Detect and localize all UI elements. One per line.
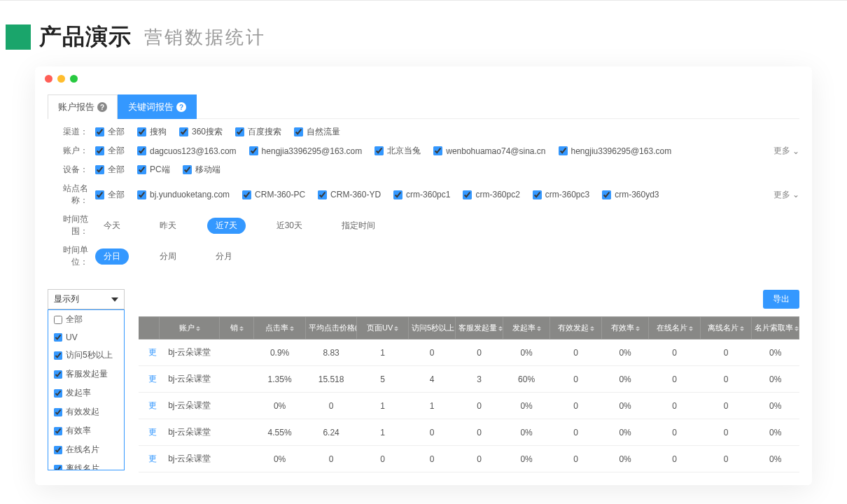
filter-option[interactable]: crm-360pc1 <box>393 190 450 200</box>
sort-icon[interactable] <box>636 326 640 331</box>
table-header-cell[interactable]: 访问5秒以上 <box>408 317 455 340</box>
sort-icon[interactable] <box>740 326 744 331</box>
checkbox-input[interactable] <box>179 127 188 136</box>
more-link[interactable]: 更多 ⌄ <box>774 145 799 157</box>
filter-option[interactable]: 北京当兔 <box>374 145 421 157</box>
filter-option[interactable]: wenbohuamao74@sina.cn <box>433 146 545 156</box>
checkbox-input[interactable] <box>54 408 62 416</box>
column-selector-button[interactable]: 显示列 <box>48 289 125 309</box>
sort-icon[interactable] <box>290 326 294 331</box>
checkbox-input[interactable] <box>235 127 244 136</box>
filter-option[interactable]: 移动端 <box>183 164 220 176</box>
table-header-cell[interactable]: 平均点击价格(元) <box>305 317 357 340</box>
pill-option[interactable]: 昨天 <box>151 218 185 234</box>
checkbox-input[interactable] <box>54 427 62 435</box>
maximize-dot-icon[interactable] <box>70 75 78 83</box>
filter-option[interactable]: crm-360pc2 <box>463 190 519 200</box>
checkbox-input[interactable] <box>318 190 327 200</box>
sort-icon[interactable] <box>537 326 541 331</box>
filter-option[interactable]: 全部 <box>95 145 125 157</box>
column-option[interactable]: 发起率 <box>48 384 124 402</box>
column-option[interactable]: 有效发起 <box>48 402 124 421</box>
checkbox-input[interactable] <box>533 190 542 200</box>
checkbox-input[interactable] <box>249 146 258 155</box>
close-dot-icon[interactable] <box>45 75 52 83</box>
pill-option[interactable]: 分周 <box>151 248 185 265</box>
minimize-dot-icon[interactable] <box>57 75 65 83</box>
checkbox-input[interactable] <box>137 190 146 200</box>
checkbox-input[interactable] <box>54 389 62 398</box>
table-header-cell[interactable]: 页面UV <box>357 317 409 340</box>
checkbox-input[interactable] <box>95 127 104 136</box>
sort-icon[interactable] <box>196 326 200 331</box>
checkbox-input[interactable] <box>54 351 62 360</box>
export-button[interactable]: 导出 <box>763 290 799 309</box>
table-header-cell[interactable]: 离线名片 <box>700 317 752 340</box>
table-header-cell[interactable]: 点击率 <box>254 317 306 340</box>
column-option[interactable]: 全部 <box>48 310 124 329</box>
checkbox-input[interactable] <box>393 190 402 200</box>
checkbox-input[interactable] <box>602 190 611 200</box>
filter-option[interactable]: PC端 <box>137 164 170 176</box>
column-option[interactable]: 在线名片 <box>48 440 124 459</box>
checkbox-input[interactable] <box>374 146 384 155</box>
filter-option[interactable]: 百度搜索 <box>235 126 281 138</box>
pill-option[interactable]: 指定时间 <box>333 218 384 234</box>
checkbox-input[interactable] <box>183 165 192 174</box>
table-header-cell[interactable]: 名片索取率 <box>752 317 799 340</box>
filter-option[interactable]: dagcuos123@163.com <box>137 146 237 156</box>
checkbox-input[interactable] <box>137 127 146 136</box>
table-header-cell[interactable]: 有效率 <box>601 317 648 340</box>
filter-option[interactable]: crm-360yd3 <box>602 190 659 200</box>
table-header-cell[interactable]: 销 <box>220 317 254 340</box>
checkbox-input[interactable] <box>137 165 146 174</box>
checkbox-input[interactable] <box>433 146 442 155</box>
column-option[interactable]: 离线名片 <box>48 459 124 470</box>
checkbox-input[interactable] <box>294 127 303 136</box>
checkbox-input[interactable] <box>54 465 62 471</box>
column-option[interactable]: 有效率 <box>48 421 124 440</box>
sort-icon[interactable] <box>394 326 398 331</box>
filter-option[interactable]: 360搜索 <box>179 126 223 138</box>
checkbox-input[interactable] <box>54 446 62 454</box>
filter-option[interactable]: 全部 <box>95 164 125 176</box>
checkbox-input[interactable] <box>54 370 62 379</box>
filter-option[interactable]: 全部 <box>95 189 125 201</box>
pill-option[interactable]: 近30天 <box>268 218 311 234</box>
table-header-cell[interactable]: 发起率 <box>503 317 550 340</box>
tab-account-report[interactable]: 账户报告 ? <box>48 94 118 119</box>
sort-icon[interactable] <box>794 326 799 331</box>
more-link[interactable]: 更多 ⌄ <box>774 189 799 201</box>
column-option[interactable]: 访问5秒以上 <box>48 346 124 365</box>
pill-option[interactable]: 分日 <box>95 248 129 265</box>
tab-keyword-report[interactable]: 关键词报告 ? <box>118 94 197 119</box>
filter-option[interactable]: CRM-360-YD <box>318 190 381 200</box>
sort-icon[interactable] <box>239 326 244 331</box>
checkbox-input[interactable] <box>242 190 251 200</box>
filter-option[interactable]: 自然流量 <box>294 126 340 138</box>
checkbox-input[interactable] <box>463 190 472 200</box>
sort-icon[interactable] <box>689 326 693 331</box>
help-icon[interactable]: ? <box>97 102 107 112</box>
filter-option[interactable]: hengjia3396295@163.com <box>249 146 363 156</box>
pill-option[interactable]: 今天 <box>95 218 129 234</box>
checkbox-input[interactable] <box>54 316 62 324</box>
sort-icon[interactable] <box>590 326 594 331</box>
pill-option[interactable]: 近7天 <box>207 218 246 234</box>
filter-option[interactable]: 全部 <box>95 126 125 138</box>
table-header-cell[interactable]: 客服发起量 <box>456 317 503 340</box>
column-option[interactable]: UV <box>48 329 124 346</box>
table-header-cell[interactable]: 有效发起 <box>550 317 602 340</box>
checkbox-input[interactable] <box>95 146 104 155</box>
filter-option[interactable]: CRM-360-PC <box>242 190 305 200</box>
column-option[interactable]: 客服发起量 <box>48 365 124 384</box>
filter-option[interactable]: crm-360pc3 <box>533 190 589 200</box>
filter-option[interactable]: hengjiu3396295@163.com <box>559 146 672 156</box>
checkbox-input[interactable] <box>95 165 104 174</box>
checkbox-input[interactable] <box>559 146 568 155</box>
pill-option[interactable]: 分月 <box>207 248 241 265</box>
table-header-cell[interactable]: 账户 <box>160 317 220 340</box>
table-header-cell[interactable]: 在线名片 <box>649 317 701 340</box>
checkbox-input[interactable] <box>137 146 146 155</box>
help-icon[interactable]: ? <box>176 102 186 112</box>
